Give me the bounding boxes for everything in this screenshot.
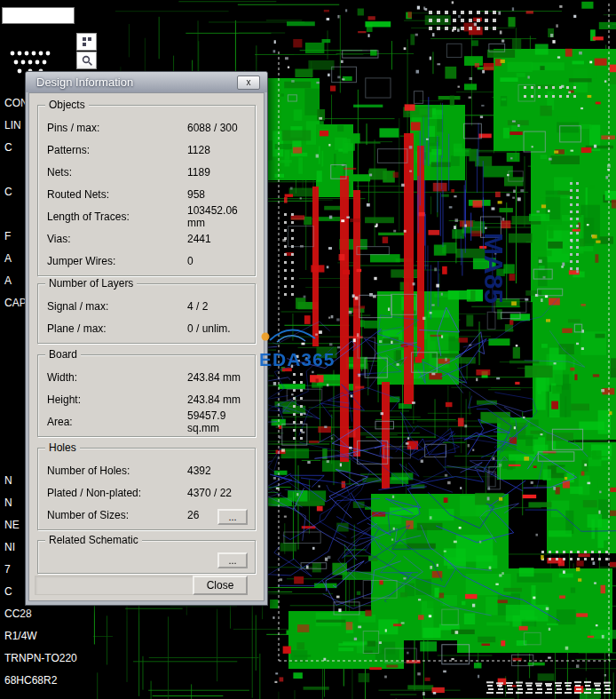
info-label: Number of Holes: bbox=[47, 465, 187, 477]
close-button[interactable]: Close bbox=[193, 576, 248, 595]
info-row: Routed Nets:958 bbox=[47, 183, 246, 205]
info-row: Plated / Non-plated:4370 / 22 bbox=[47, 481, 246, 504]
info-label: Signal / max: bbox=[47, 300, 187, 313]
close-x-button[interactable]: x bbox=[237, 75, 260, 90]
dialog-title: Design Information bbox=[36, 75, 133, 89]
info-row: Area:59457.9 sq.mm bbox=[47, 410, 246, 433]
info-label: Vias: bbox=[47, 233, 187, 245]
sidebar-item[interactable]: CC28 bbox=[0, 603, 84, 625]
info-label: Patterns: bbox=[47, 144, 187, 156]
info-value: 958 bbox=[187, 188, 246, 201]
info-value: 4392 bbox=[187, 465, 246, 477]
info-row: Height:243.84 mm bbox=[47, 388, 246, 410]
info-value: 0 / unlim. bbox=[187, 322, 246, 335]
group-number-of-layers: Number of Layers Signal / max:4 / 2Plane… bbox=[37, 283, 256, 344]
info-value: 103452.06 mm bbox=[187, 204, 246, 229]
info-label: Width: bbox=[47, 371, 187, 384]
group-holes: Holes Number of Holes:4392Plated / Non-p… bbox=[37, 448, 256, 530]
info-row: Patterns:1128 bbox=[47, 139, 246, 161]
info-value: 1189 bbox=[187, 166, 246, 179]
info-value: 243.84 mm bbox=[187, 371, 246, 384]
info-row: Pins / max:6088 / 300 bbox=[47, 116, 246, 139]
info-row: Length of Traces:103452.06 mm bbox=[47, 205, 246, 227]
group-label: Number of Layers bbox=[45, 277, 137, 290]
related-schematic-more-button[interactable]: ... bbox=[217, 552, 248, 568]
info-label: Nets: bbox=[47, 166, 187, 179]
search-input[interactable] bbox=[2, 7, 75, 24]
side-toolbar bbox=[76, 33, 97, 69]
info-label: Height: bbox=[47, 393, 187, 406]
info-value: 0 bbox=[187, 255, 246, 267]
info-row: Width:243.84 mm bbox=[47, 366, 246, 388]
info-label: Pins / max: bbox=[47, 122, 187, 134]
small-tool-button-bottom[interactable] bbox=[76, 52, 97, 69]
group-label: Related Schematic bbox=[45, 534, 142, 547]
info-row: Plane / max:0 / unlim. bbox=[47, 317, 246, 339]
info-value: 59457.9 sq.mm bbox=[187, 409, 246, 434]
info-row: Nets:1189 bbox=[47, 161, 246, 183]
group-objects: Objects Pins / max:6088 / 300Patterns:11… bbox=[37, 105, 256, 276]
info-value: 1128 bbox=[187, 144, 246, 156]
group-board: Board Width:243.84 mmHeight:243.84 mmAre… bbox=[37, 354, 256, 437]
info-label: Length of Traces: bbox=[47, 210, 187, 223]
group-label: Board bbox=[45, 348, 81, 361]
dialog-bottom-strip bbox=[35, 576, 196, 595]
info-value: 4370 / 22 bbox=[187, 487, 246, 499]
sidebar-item[interactable]: 68HC68R2 bbox=[0, 670, 84, 692]
info-label: Jumper Wires: bbox=[47, 255, 187, 267]
group-label: Holes bbox=[45, 441, 80, 455]
info-value: 4 / 2 bbox=[187, 300, 246, 313]
design-information-dialog: Design Information x Objects Pins / max:… bbox=[25, 71, 268, 606]
info-row: Signal / max:4 / 2 bbox=[47, 295, 246, 317]
info-row: Jumper Wires:0 bbox=[47, 250, 246, 272]
info-row: Number of Holes:4392 bbox=[47, 459, 246, 481]
dialog-titlebar[interactable]: Design Information x bbox=[26, 72, 267, 92]
group-related-schematic: Related Schematic ... bbox=[37, 540, 256, 574]
topbar bbox=[0, 0, 115, 31]
info-row: Number of Sizes:26 bbox=[47, 504, 246, 526]
sidebar-item[interactable]: R1/4W bbox=[0, 625, 84, 647]
dialog-body: Objects Pins / max:6088 / 300Patterns:11… bbox=[28, 92, 265, 601]
small-tool-icon bbox=[82, 55, 92, 66]
info-value: 2441 bbox=[187, 233, 246, 245]
info-row: Vias:2441 bbox=[47, 227, 246, 250]
small-tool-icon bbox=[82, 36, 92, 47]
info-label: Number of Sizes: bbox=[47, 509, 187, 521]
hole-sizes-more-button[interactable]: ... bbox=[217, 509, 248, 525]
info-label: Plated / Non-plated: bbox=[47, 487, 187, 499]
info-label: Area: bbox=[47, 416, 187, 428]
info-label: Routed Nets: bbox=[47, 188, 187, 201]
info-label: Plane / max: bbox=[47, 322, 187, 335]
group-label: Objects bbox=[45, 99, 89, 112]
sidebar-item[interactable]: TRNPN-TO220 bbox=[0, 647, 84, 670]
info-value: 6088 / 300 bbox=[187, 122, 246, 134]
small-tool-button-top[interactable] bbox=[76, 33, 97, 51]
info-value: 243.84 mm bbox=[187, 393, 246, 406]
